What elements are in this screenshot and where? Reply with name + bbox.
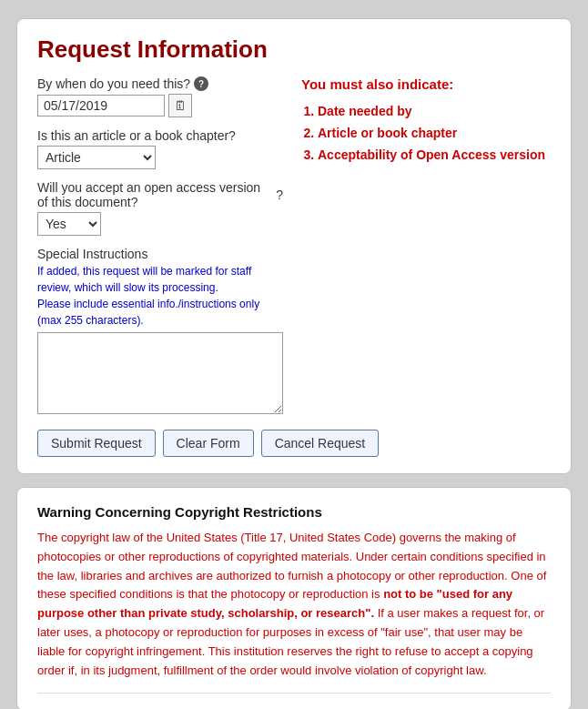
cancel-request-button[interactable]: Cancel Request: [261, 430, 380, 457]
open-access-help-icon[interactable]: ?: [276, 187, 283, 202]
special-instructions-note1: If added, this request will be marked fo…: [37, 263, 283, 329]
notice-section: You must also indicate: Date needed by A…: [301, 76, 551, 417]
notice-title: You must also indicate:: [301, 76, 551, 92]
date-field-group: By when do you need this? ? 🗓: [37, 76, 283, 117]
date-help-icon[interactable]: ?: [194, 76, 208, 91]
request-info-panel: Request Information By when do you need …: [16, 18, 572, 474]
form-section: By when do you need this? ? 🗓 Is this an…: [37, 76, 283, 417]
date-label: By when do you need this? ?: [37, 76, 283, 91]
date-row: 🗓: [37, 94, 283, 117]
notice-item-2: Article or book chapter: [318, 123, 551, 145]
open-access-select[interactable]: Yes No: [37, 212, 101, 236]
submit-request-button[interactable]: Submit Request: [37, 430, 156, 457]
notice-item-1: Date needed by: [318, 101, 551, 123]
page-wrapper: Request Information By when do you need …: [16, 18, 572, 709]
special-instructions-group: Special Instructions If added, this requ…: [37, 247, 283, 417]
page-title: Request Information: [37, 35, 551, 64]
notice-item-3: Acceptability of Open Access version: [318, 145, 551, 167]
date-input[interactable]: [37, 95, 165, 116]
calendar-button[interactable]: 🗓: [168, 94, 192, 117]
copyright-title: Warning Concerning Copyright Restriction…: [37, 504, 551, 520]
calendar-icon: 🗓: [174, 98, 187, 113]
form-and-notice-container: By when do you need this? ? 🗓 Is this an…: [37, 76, 551, 417]
button-row: Submit Request Clear Form Cancel Request: [37, 430, 551, 457]
article-book-field-group: Is this an article or a book chapter? Ar…: [37, 128, 283, 169]
special-instructions-label: Special Instructions: [37, 247, 283, 261]
open-access-question: Will you accept an open access version o…: [37, 180, 283, 209]
copyright-divider: [37, 693, 551, 694]
clear-form-button[interactable]: Clear Form: [163, 430, 254, 457]
special-instructions-textarea[interactable]: [37, 332, 283, 414]
notice-list: Date needed by Article or book chapter A…: [301, 101, 551, 166]
copyright-panel: Warning Concerning Copyright Restriction…: [16, 487, 572, 709]
copyright-text: The copyright law of the United States (…: [37, 529, 551, 680]
article-book-label: Is this an article or a book chapter?: [37, 128, 283, 143]
open-access-field-group: Will you accept an open access version o…: [37, 180, 283, 236]
article-book-select[interactable]: Article Book Chapter: [37, 146, 156, 169]
